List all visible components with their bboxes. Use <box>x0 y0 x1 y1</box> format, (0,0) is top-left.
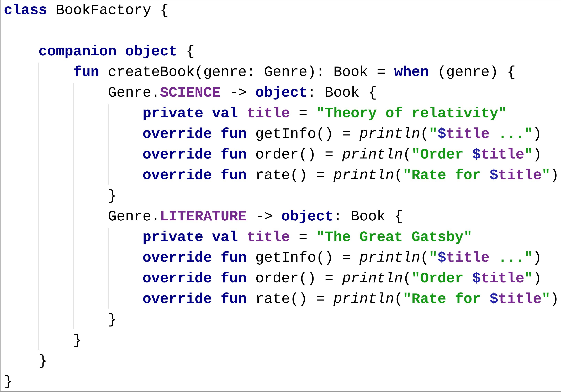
keyword-token: override fun <box>143 291 247 307</box>
code-token: "Rate for <box>403 167 490 184</box>
code-token: LITERATURE <box>160 208 247 225</box>
code-token: title <box>498 291 541 307</box>
code-token: " <box>429 126 437 142</box>
keyword-token: override fun <box>143 126 247 142</box>
code-token: $ <box>437 250 446 266</box>
code-token: println <box>342 146 403 163</box>
code-token: = <box>290 229 316 245</box>
code-token: (genre) { <box>429 64 516 80</box>
code-line: override fun rate() = println("Rate for … <box>4 289 561 309</box>
keyword-token: class <box>4 2 47 18</box>
keyword-token: when <box>394 64 429 80</box>
code-token: -> <box>247 208 281 225</box>
code-editor: class BookFactory { companion object { f… <box>0 0 561 392</box>
code-token: $ <box>490 167 498 184</box>
code-token <box>4 105 143 122</box>
code-token: ) <box>550 167 559 184</box>
code-line: } <box>4 330 561 351</box>
code-token <box>4 146 143 163</box>
code-line: } <box>4 309 561 330</box>
code-token: ( <box>403 146 411 163</box>
code-token <box>4 64 73 80</box>
code-token: ( <box>420 126 429 142</box>
code-token: order() = <box>247 270 342 287</box>
code-line: } <box>4 186 561 206</box>
code-token: $ <box>472 146 481 163</box>
code-line: fun createBook(genre: Genre): Book = whe… <box>4 62 561 83</box>
code-token: " <box>524 270 533 287</box>
code-line: private val title = "The Great Gatsby" <box>4 227 561 248</box>
keyword-token: private val <box>143 105 238 122</box>
code-line: override fun getInfo() = println("$title… <box>4 124 561 144</box>
code-token: ..." <box>490 250 533 266</box>
code-token: ( <box>403 270 411 287</box>
code-token <box>4 291 143 307</box>
code-token: $ <box>490 291 498 307</box>
code-token: : Book { <box>334 208 403 225</box>
keyword-token: override fun <box>143 250 247 266</box>
code-token: ) <box>533 146 541 163</box>
code-token: ..." <box>490 126 533 142</box>
code-token: createBook(genre: Genre): Book = <box>99 64 394 80</box>
code-token: $ <box>437 126 446 142</box>
code-token: title <box>481 146 524 163</box>
code-token: title <box>481 270 524 287</box>
code-token: ( <box>394 291 403 307</box>
code-token: println <box>334 167 394 184</box>
code-token: ( <box>394 167 403 184</box>
code-token <box>4 167 143 184</box>
code-token: "Theory of relativity" <box>316 105 507 122</box>
code-token: " <box>541 291 550 307</box>
code-token: " <box>541 167 550 184</box>
code-token: = <box>290 105 316 122</box>
code-line: companion object { <box>4 41 561 62</box>
code-token: getInfo() = <box>247 250 359 266</box>
code-line: class BookFactory { <box>4 0 561 21</box>
code-token: { <box>177 43 195 60</box>
code-token: } <box>4 311 117 328</box>
code-token: title <box>498 167 541 184</box>
code-token: } <box>4 332 82 349</box>
code-line: override fun order() = println("Order $t… <box>4 268 561 289</box>
code-token <box>4 270 143 287</box>
code-text-area[interactable]: class BookFactory { companion object { f… <box>0 0 561 392</box>
keyword-token: companion object <box>39 43 177 60</box>
code-token: Genre. <box>4 208 160 225</box>
code-token: ) <box>550 291 559 307</box>
keyword-token: fun <box>73 64 99 80</box>
code-token: ) <box>533 250 541 266</box>
code-line <box>4 21 561 41</box>
code-line: override fun order() = println("Order $t… <box>4 144 561 165</box>
code-token: BookFactory { <box>47 2 169 18</box>
code-token: println <box>359 250 420 266</box>
code-line: override fun rate() = println("Rate for … <box>4 165 561 186</box>
code-line: Genre.SCIENCE -> object: Book { <box>4 83 561 103</box>
code-token: "Rate for <box>403 291 490 307</box>
code-token <box>4 229 143 245</box>
code-line: } <box>4 371 561 392</box>
keyword-token: object <box>255 85 307 101</box>
code-line: private val title = "Theory of relativit… <box>4 103 561 124</box>
keyword-token: override fun <box>143 146 247 163</box>
code-token: rate() = <box>247 167 333 184</box>
code-token: } <box>4 373 12 390</box>
code-token: title <box>247 105 290 122</box>
code-token: getInfo() = <box>247 126 359 142</box>
code-token: "Order <box>411 146 472 163</box>
code-token: ) <box>533 126 541 142</box>
code-token: ) <box>533 270 541 287</box>
keyword-token: private val <box>143 229 238 245</box>
code-token: "Order <box>411 270 472 287</box>
code-token: " <box>524 146 533 163</box>
code-token: title <box>446 250 490 266</box>
code-token: println <box>359 126 420 142</box>
code-token: } <box>4 353 47 369</box>
code-line: } <box>4 351 561 371</box>
code-token: : Book { <box>307 85 377 101</box>
code-token: Genre. <box>4 85 160 101</box>
code-token: println <box>342 270 403 287</box>
code-token <box>238 229 247 245</box>
code-token: SCIENCE <box>160 85 221 101</box>
code-line: override fun getInfo() = println("$title… <box>4 248 561 268</box>
code-token: title <box>247 229 290 245</box>
